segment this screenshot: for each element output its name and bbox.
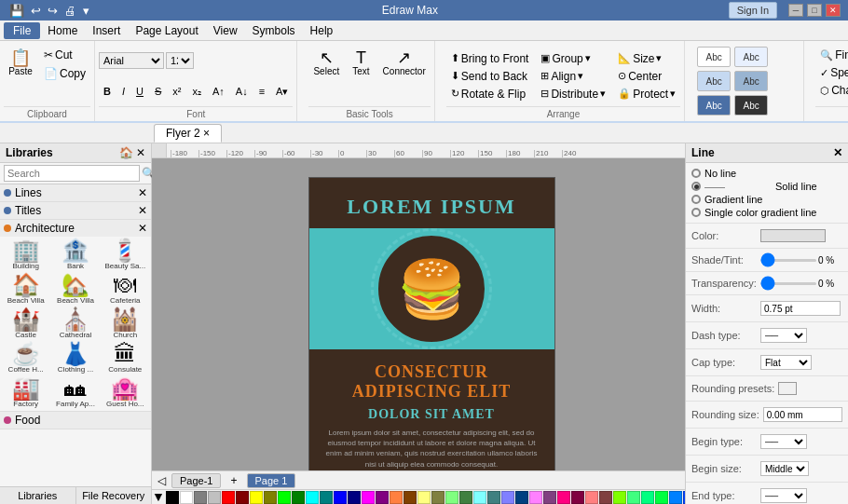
color-chip[interactable] <box>306 491 319 504</box>
single-color-gradient-radio[interactable] <box>691 208 701 217</box>
menu-view[interactable]: View <box>206 22 245 39</box>
menu-help[interactable]: Help <box>303 22 341 39</box>
rotate-flip-button[interactable]: ↻ Rotate & Flip <box>446 86 534 102</box>
color-chip[interactable] <box>208 491 221 504</box>
gradient-line-option[interactable]: Gradient line <box>691 193 842 206</box>
style-2[interactable]: Abc <box>734 47 768 67</box>
lib-section-lines-close[interactable]: ✕ <box>138 186 147 199</box>
page-1-active-tab[interactable]: Page 1 <box>247 473 296 488</box>
group-button[interactable]: ▣ Group ▾ <box>536 50 610 67</box>
color-chip[interactable] <box>236 491 249 504</box>
menu-page-layout[interactable]: Page Layout <box>128 22 205 39</box>
color-chip[interactable] <box>487 491 500 504</box>
color-chip[interactable] <box>194 491 207 504</box>
transparency-slider[interactable] <box>760 282 816 285</box>
italic-button[interactable]: I <box>117 84 130 99</box>
style-1[interactable]: Abc <box>697 47 731 67</box>
palette-expand-icon[interactable]: ⯆ <box>154 492 163 502</box>
color-chip[interactable] <box>669 491 682 504</box>
line-panel-close-icon[interactable]: ✕ <box>833 146 842 159</box>
color-chip[interactable] <box>529 491 542 504</box>
color-chip[interactable] <box>166 491 179 504</box>
lib-item-beauty-salon[interactable]: 💈 Beauty Sa... <box>102 238 149 271</box>
begin-type-select[interactable]: ── → <box>760 434 807 449</box>
font-color-button[interactable]: A▾ <box>271 84 293 100</box>
color-chip[interactable] <box>641 491 654 504</box>
lib-section-lines-header[interactable]: Lines ✕ <box>0 184 151 201</box>
center-button[interactable]: ⊙ Center <box>613 68 680 85</box>
color-chip[interactable] <box>278 491 291 504</box>
lib-item-castle[interactable]: 🏰 Castle <box>2 307 49 340</box>
style-3[interactable]: Abc <box>697 71 731 91</box>
tab-flyer2[interactable]: Flyer 2 × <box>154 124 222 143</box>
page-1-button[interactable]: Page-1 <box>171 473 221 488</box>
qat-more[interactable]: ▾ <box>81 4 91 18</box>
width-input[interactable] <box>760 301 841 316</box>
tab-libraries[interactable]: Libraries <box>0 487 76 504</box>
add-page-button[interactable]: + <box>226 473 240 488</box>
connector-button[interactable]: ↗ Connector <box>378 47 431 79</box>
send-to-back-button[interactable]: ⬇ Send to Back <box>446 68 534 85</box>
menu-symbols[interactable]: Symbols <box>245 22 303 39</box>
underline-button[interactable]: U <box>131 84 148 99</box>
close-button[interactable]: ✕ <box>826 4 841 17</box>
lib-item-clothing[interactable]: 👗 Clothing ... <box>51 342 99 375</box>
color-chip[interactable] <box>515 491 528 504</box>
lib-close-icon[interactable]: ✕ <box>136 146 145 159</box>
size-button[interactable]: 📐 Size ▾ <box>613 50 680 67</box>
style-6[interactable]: Abc <box>734 95 768 116</box>
lib-item-family-apt[interactable]: 🏘 Family Ap... <box>51 376 99 409</box>
lib-section-food-header[interactable]: Food <box>0 412 151 429</box>
lib-item-consulate[interactable]: 🏛 Consulate <box>102 342 149 375</box>
lib-item-beach-villa-1[interactable]: 🏠 Beach Villa <box>2 273 49 306</box>
spelling-check-button[interactable]: ✓ Spelling Check <box>815 64 848 81</box>
align-button[interactable]: ⊞ Align ▾ <box>536 68 610 85</box>
rounding-preset-selector[interactable] <box>778 382 797 395</box>
strikethrough-button[interactable]: S <box>150 84 166 99</box>
color-chip[interactable] <box>501 491 514 504</box>
lib-item-guest-house[interactable]: 🏩 Guest Ho... <box>102 376 149 409</box>
no-line-radio[interactable] <box>691 169 701 178</box>
color-chip[interactable] <box>403 491 417 504</box>
color-swatch[interactable] <box>760 229 826 242</box>
rounding-size-input[interactable] <box>763 407 842 422</box>
color-chip[interactable] <box>376 491 389 504</box>
maximize-button[interactable]: □ <box>807 4 822 17</box>
superscript-button[interactable]: x² <box>168 84 185 99</box>
bold-button[interactable]: B <box>99 84 116 99</box>
lib-home-icon[interactable]: 🏠 <box>119 146 133 159</box>
color-chip[interactable] <box>180 491 193 504</box>
color-chip[interactable] <box>362 491 375 504</box>
color-chip[interactable] <box>473 491 486 504</box>
library-search-input[interactable] <box>4 165 140 182</box>
color-chip[interactable] <box>222 491 235 504</box>
color-chip[interactable] <box>613 491 626 504</box>
font-family-select[interactable]: Arial <box>99 52 164 69</box>
color-chip[interactable] <box>627 491 640 504</box>
canvas-scroll[interactable]: LOREM IPSUM 🍔 CONSECTUR ADIPISCING ELIT … <box>152 158 685 470</box>
color-chip[interactable] <box>585 491 598 504</box>
solid-line-option[interactable]: —— Solid line <box>691 180 842 193</box>
font-size-select[interactable]: 12 <box>166 52 194 69</box>
lib-item-cathedral[interactable]: ⛪ Cathedral <box>51 307 99 340</box>
color-chip[interactable] <box>320 491 333 504</box>
cap-type-select[interactable]: Flat Round Square <box>760 355 812 370</box>
color-chip[interactable] <box>459 491 472 504</box>
qat-save[interactable]: 💾 <box>7 4 26 18</box>
change-shape-button[interactable]: ⬡ Change Shape <box>815 82 848 99</box>
shade-tint-slider[interactable] <box>760 259 816 262</box>
copy-button[interactable]: 📄Copy <box>39 65 90 82</box>
protect-button[interactable]: 🔒 Protect ▾ <box>613 86 680 102</box>
color-chip[interactable] <box>250 491 263 504</box>
color-chip[interactable] <box>683 491 685 504</box>
color-chip[interactable] <box>557 491 570 504</box>
style-4[interactable]: Abc <box>734 71 768 91</box>
minimize-button[interactable]: ─ <box>788 4 803 17</box>
lib-item-church[interactable]: 🕍 Church <box>102 307 149 340</box>
find-replace-button[interactable]: 🔍 Find & Replace <box>815 47 848 63</box>
color-chip[interactable] <box>264 491 277 504</box>
color-chip[interactable] <box>417 491 431 504</box>
increase-font-button[interactable]: A↑ <box>208 84 229 99</box>
menu-file[interactable]: File <box>4 22 40 39</box>
page-nav-left[interactable]: ◁ <box>157 474 166 487</box>
